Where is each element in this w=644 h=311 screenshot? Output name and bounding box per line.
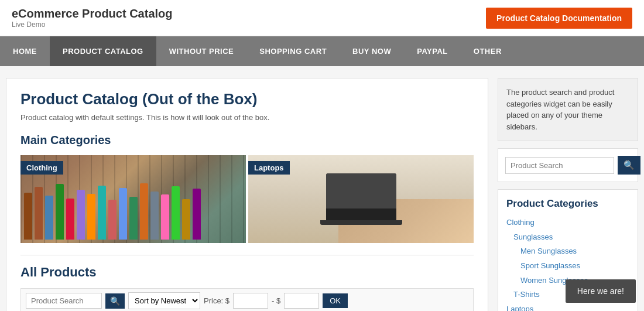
filter-ok-button[interactable]: OK xyxy=(323,293,348,308)
nav-other[interactable]: OTHER xyxy=(461,36,515,66)
all-products-heading: All Products xyxy=(20,265,474,280)
site-title: eCommerce Product Catalog xyxy=(12,7,173,20)
main-container: Product Catalog (Out of the Box) Product… xyxy=(0,66,644,311)
main-categories-heading: Main Categories xyxy=(20,134,474,147)
sidebar-search-input[interactable] xyxy=(505,157,614,174)
category-card-clothing[interactable]: Clothing xyxy=(20,155,246,243)
price-label: Price: $ xyxy=(204,296,229,305)
nav-without-price[interactable]: WITHOUT PRICE xyxy=(156,36,247,66)
divider xyxy=(20,255,474,255)
nav-shopping-cart[interactable]: SHOPPING CART xyxy=(246,36,340,66)
filter-sort-select[interactable]: Sort by Newest xyxy=(128,292,200,309)
laptop-screen xyxy=(326,173,396,209)
sidebar-info-text: The product search and product categorie… xyxy=(506,88,614,131)
sidebar-item-men-sunglasses[interactable]: Men Sunglasses xyxy=(506,244,629,259)
filter-search-button[interactable]: 🔍 xyxy=(105,293,125,309)
site-branding: eCommerce Product Catalog Live Demo xyxy=(12,7,173,29)
nav-paypal[interactable]: PAYPAL xyxy=(404,36,461,66)
nav-home[interactable]: HOME xyxy=(0,36,50,66)
sidebar-info-box: The product search and product categorie… xyxy=(498,78,638,141)
laptop-body xyxy=(326,173,396,220)
sidebar-item-sport-sunglasses[interactable]: Sport Sunglasses xyxy=(506,259,629,274)
site-subtitle: Live Demo xyxy=(12,20,173,29)
toast-label: Here we are! xyxy=(577,286,624,296)
category-card-laptops[interactable]: Laptops xyxy=(248,155,474,243)
clothing-label: Clothing xyxy=(20,161,63,175)
laptop-base xyxy=(320,220,402,225)
laptops-label: Laptops xyxy=(248,161,290,175)
price-max-input[interactable] xyxy=(284,293,319,309)
sidebar-item-sunglasses[interactable]: Sunglasses xyxy=(506,230,629,245)
nav-product-catalog[interactable]: PRODUCT CATALOG xyxy=(50,36,156,66)
sidebar: The product search and product categorie… xyxy=(498,78,638,311)
main-nav: HOME PRODUCT CATALOG WITHOUT PRICE SHOPP… xyxy=(0,36,644,66)
doc-button[interactable]: Product Catalog Documentation xyxy=(486,8,632,29)
page-title: Product Catalog (Out of the Box) xyxy=(20,90,474,108)
sidebar-item-laptops[interactable]: Laptops xyxy=(506,302,629,311)
site-header: eCommerce Product Catalog Live Demo Prod… xyxy=(0,0,644,36)
content-area: Product Catalog (Out of the Box) Product… xyxy=(6,78,488,311)
sidebar-item-clothing[interactable]: Clothing xyxy=(506,216,629,230)
price-separator: - $ xyxy=(272,296,280,305)
sidebar-search-button[interactable]: 🔍 xyxy=(618,156,640,175)
page-subtitle: Product catalog with default settings. T… xyxy=(20,113,474,122)
sidebar-search-box: 🔍 xyxy=(498,148,638,182)
filter-bar: 🔍 Sort by Newest Price: $ - $ OK xyxy=(20,288,474,311)
toast-notification: Here we are! xyxy=(566,279,636,303)
filter-search-input[interactable] xyxy=(26,293,102,309)
price-min-input[interactable] xyxy=(233,293,268,309)
nav-buy-now[interactable]: BUY NOW xyxy=(340,36,404,66)
sidebar-categories-heading: Product Categories xyxy=(506,198,629,210)
category-grid: Clothing Laptops xyxy=(20,155,474,243)
